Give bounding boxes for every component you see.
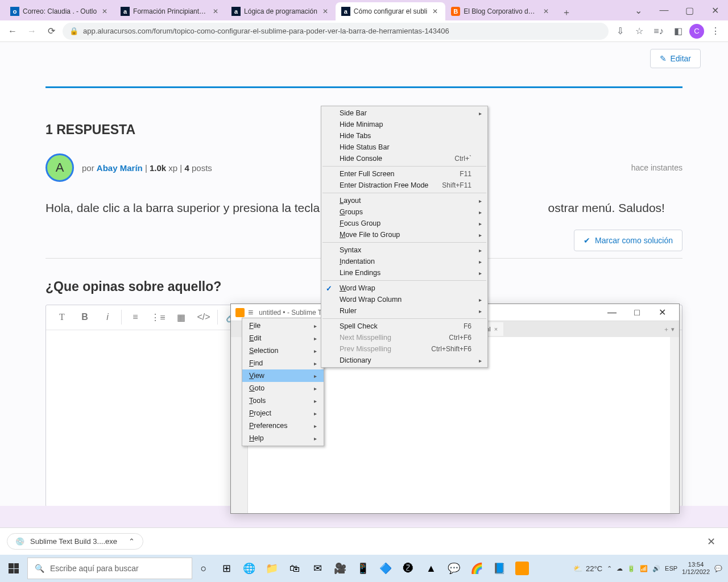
mark-solution-button[interactable]: ✔ Marcar como solución	[574, 230, 682, 251]
browser-tab-active[interactable]: a Cómo configurar el subli ✕	[336, 2, 445, 20]
menu-item[interactable]: Word Wrap Column▸	[321, 294, 487, 305]
menu-item-selection[interactable]: Selection▸	[242, 344, 324, 357]
forward-button[interactable]: →	[24, 23, 40, 39]
onedrive-icon[interactable]: ☁	[617, 565, 623, 572]
menu-item[interactable]: Spell CheckF6	[321, 321, 487, 332]
install-icon[interactable]: ⇩	[612, 23, 628, 39]
close-icon[interactable]: ✕	[211, 7, 220, 16]
menu-item[interactable]: Ruler▸	[321, 305, 487, 317]
menu-item[interactable]: Groups▸	[321, 206, 487, 218]
zbrush-icon[interactable]: 🅩	[397, 557, 420, 580]
reload-button[interactable]: ⟳	[43, 23, 59, 39]
start-button[interactable]	[0, 555, 27, 582]
menu-item-preferences[interactable]: Preferences▸	[242, 419, 324, 432]
store-icon[interactable]: 🛍	[283, 557, 306, 580]
vlc-icon[interactable]: ▲	[420, 557, 442, 580]
taskbar-search[interactable]: 🔍 Escribe aquí para buscar	[27, 558, 192, 579]
chevron-up-icon[interactable]: ⌃	[129, 537, 135, 546]
menu-item-goto[interactable]: Goto▸	[242, 382, 324, 394]
app-icon[interactable]: 🔷	[374, 557, 397, 580]
menu-item[interactable]: Hide ConsoleCtrl+`	[321, 153, 487, 164]
code-button[interactable]: </>	[192, 306, 215, 328]
chevron-down-icon[interactable]: ⌄	[626, 0, 651, 20]
menu-item[interactable]: Indentation▸	[321, 256, 487, 267]
wifi-icon[interactable]: 📶	[640, 565, 648, 572]
clock[interactable]: 13:54 1/12/2022	[682, 561, 710, 576]
taskview-icon[interactable]: ⊞	[215, 557, 238, 580]
browser-tab[interactable]: a Lógica de programación ✕	[226, 2, 336, 20]
menu-item-view[interactable]: View▸	[242, 369, 324, 382]
explorer-icon[interactable]: 📁	[260, 557, 283, 580]
discord-icon[interactable]: 💬	[442, 557, 465, 580]
bold-button[interactable]: B	[73, 306, 96, 328]
menu-item-edit[interactable]: Edit▸	[242, 332, 324, 344]
sublime-icon[interactable]	[515, 562, 529, 575]
volume-icon[interactable]: 🔊	[652, 565, 660, 572]
number-list-button[interactable]: ⋮≡	[147, 306, 169, 328]
menu-item[interactable]: Dictionary▸	[321, 355, 487, 366]
cortana-icon[interactable]: ○	[192, 557, 215, 580]
minimize-icon[interactable]: ―	[599, 305, 624, 321]
menu-item[interactable]: ✓Word Wrap	[321, 282, 487, 294]
weather-widget[interactable]: ⛅ 22°C	[573, 564, 602, 573]
menu-item[interactable]: Hide Tabs	[321, 130, 487, 142]
star-icon[interactable]: ☆	[631, 23, 647, 39]
mail-icon[interactable]: ✉	[306, 557, 329, 580]
menu-item[interactable]: Enter Full ScreenF11	[321, 168, 487, 180]
new-tab-button[interactable]: ＋	[559, 5, 574, 20]
scrollbar[interactable]	[670, 337, 679, 513]
browser-tab[interactable]: o Correo: Claudia . - Outlo ✕	[5, 2, 115, 20]
close-icon[interactable]: ✕	[650, 305, 675, 321]
menu-item[interactable]: Side Bar▸	[321, 107, 487, 119]
menu-item[interactable]: Focus Group▸	[321, 218, 487, 229]
table-button[interactable]: ▦	[169, 306, 192, 328]
close-icon[interactable]: ✕	[100, 7, 109, 16]
menu-item-file[interactable]: File▸	[242, 319, 324, 332]
close-icon[interactable]: ✕	[321, 7, 330, 16]
url-input[interactable]: 🔒 app.aluracursos.com/forum/topico-como-…	[63, 23, 609, 40]
user-link[interactable]: Abay Marín	[97, 163, 143, 173]
close-icon[interactable]: ✕	[431, 7, 440, 16]
media-icon[interactable]: ≡♪	[651, 23, 667, 39]
menu-item-find[interactable]: Find▸	[242, 357, 324, 369]
menu-icon[interactable]: ⋮	[708, 23, 723, 39]
menu-item[interactable]: Line Endings▸	[321, 267, 487, 278]
menu-item[interactable]: Move File to Group▸	[321, 229, 487, 240]
close-icon[interactable]: ✕	[702, 0, 728, 20]
menu-item[interactable]: Hide Status Bar	[321, 142, 487, 153]
bullet-list-button[interactable]: ≡	[124, 306, 147, 328]
menu-item-help[interactable]: Help▸	[242, 432, 324, 444]
browser-tab[interactable]: B El Blog Corporativo de C ✕	[445, 2, 556, 20]
app-icon[interactable]: 📱	[351, 557, 374, 580]
vscode-icon[interactable]: 📘	[488, 557, 511, 580]
zoom-icon[interactable]: 🎥	[329, 557, 351, 580]
maximize-icon[interactable]: ▢	[677, 0, 702, 20]
menu-item-tools[interactable]: Tools▸	[242, 394, 324, 407]
close-icon[interactable]: ×	[494, 326, 498, 332]
menu-item[interactable]: Hide Minimap	[321, 119, 487, 130]
menu-item[interactable]: Syntax▸	[321, 244, 487, 256]
battery-icon[interactable]: 🔋	[627, 565, 635, 572]
maximize-icon[interactable]: □	[624, 305, 650, 321]
close-icon[interactable]: ✕	[541, 7, 551, 16]
menu-item[interactable]: Enter Distraction Free ModeShift+F11	[321, 180, 487, 191]
minimize-icon[interactable]: ―	[651, 0, 677, 20]
edit-button[interactable]: ✎ Editar	[650, 49, 701, 68]
italic-button[interactable]: i	[96, 306, 119, 328]
text-format-button[interactable]: T	[51, 306, 73, 328]
menu-item[interactable]: Layout▸	[321, 195, 487, 206]
sublime-newtab[interactable]: ＋ ▾	[659, 325, 679, 334]
chrome-icon[interactable]: 🌈	[465, 557, 488, 580]
language-indicator[interactable]: ESP	[665, 565, 677, 572]
notifications-icon[interactable]: 💬	[714, 565, 722, 572]
profile-avatar[interactable]: C	[689, 24, 704, 39]
hamburger-icon[interactable]: ≡	[248, 307, 253, 318]
user-avatar[interactable]: A	[46, 153, 74, 182]
edge-icon[interactable]: 🌐	[238, 557, 260, 580]
sidepanel-icon[interactable]: ◧	[670, 23, 686, 39]
chevron-up-icon[interactable]: ⌃	[607, 565, 612, 572]
back-button[interactable]: ←	[5, 23, 20, 39]
browser-tab[interactable]: a Formación Principiante e ✕	[115, 2, 226, 20]
close-icon[interactable]: ✕	[701, 535, 721, 548]
download-item[interactable]: 💿 Sublime Text Build 3....exe ⌃	[7, 533, 143, 550]
